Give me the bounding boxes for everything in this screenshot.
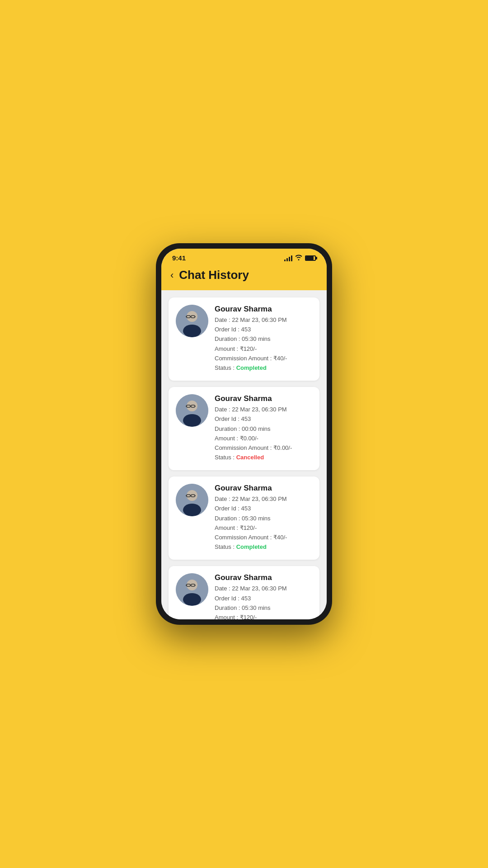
commission-value: ₹40/- <box>273 534 287 541</box>
date-line: Date : 22 Mar 23, 06:30 PM <box>215 406 312 414</box>
order-id-label: Order Id : <box>215 595 241 602</box>
svg-point-26 <box>183 593 201 606</box>
commission-label: Commission Amount : <box>215 444 273 451</box>
avatar <box>176 573 208 606</box>
date-value: 22 Mar 23, 06:30 PM <box>232 406 286 413</box>
svg-point-2 <box>183 325 201 337</box>
duration-label: Duration : <box>215 425 242 432</box>
back-button[interactable]: ‹ <box>170 270 174 280</box>
duration-value: 05:30 mins <box>242 604 271 611</box>
status-badge: Completed <box>236 364 267 371</box>
battery-icon <box>305 255 316 261</box>
header: ‹ Chat History <box>161 264 327 290</box>
status-line: Status : Completed <box>215 543 312 551</box>
commission-line: Commission Amount : ₹40/- <box>215 354 312 363</box>
commission-line: Commission Amount : ₹0.00/- <box>215 444 312 452</box>
amount-line: Amount : ₹120/- <box>215 345 312 353</box>
duration-label: Duration : <box>215 515 242 522</box>
status-label: Status : <box>215 364 236 371</box>
date-value: 22 Mar 23, 06:30 PM <box>232 585 286 592</box>
date-label: Date : <box>215 495 232 502</box>
date-label: Date : <box>215 585 232 592</box>
amount-label: Amount : <box>215 435 240 442</box>
amount-label: Amount : <box>215 614 240 619</box>
status-time: 9:41 <box>172 254 186 262</box>
duration-line: Duration : 05:30 mins <box>215 335 312 343</box>
status-badge: Completed <box>236 543 267 550</box>
amount-line: Amount : ₹120/- <box>215 524 312 532</box>
amount-value: ₹120/- <box>240 614 257 619</box>
order-id-line: Order Id : 453 <box>215 415 312 423</box>
svg-point-1 <box>187 311 197 322</box>
svg-point-17 <box>187 490 197 501</box>
status-icons <box>284 254 316 262</box>
commission-label: Commission Amount : <box>215 355 273 362</box>
svg-point-10 <box>183 414 201 427</box>
page-title: Chat History <box>179 268 249 282</box>
status-badge: Cancelled <box>236 454 264 461</box>
amount-line: Amount : ₹0.00/- <box>215 434 312 443</box>
amount-line: Amount : ₹120/- <box>215 613 312 619</box>
date-value: 22 Mar 23, 06:30 PM <box>232 495 286 502</box>
svg-point-25 <box>187 580 197 590</box>
avatar <box>176 484 208 516</box>
order-id-line: Order Id : 453 <box>215 505 312 513</box>
avatar <box>176 305 208 337</box>
status-line: Status : Cancelled <box>215 453 312 462</box>
chat-card[interactable]: Gourav Sharma Date : 22 Mar 23, 06:30 PM… <box>169 476 319 560</box>
duration-line: Duration : 00:00 mins <box>215 425 312 433</box>
order-id-value: 453 <box>241 505 251 512</box>
order-id-value: 453 <box>241 326 251 333</box>
phone-screen: 9:41 ‹ Chat Hi <box>161 249 327 619</box>
wifi-icon <box>295 254 302 262</box>
commission-label: Commission Amount : <box>215 534 273 541</box>
amount-value: ₹120/- <box>240 345 257 352</box>
commission-value: ₹0.00/- <box>273 444 292 451</box>
date-line: Date : 22 Mar 23, 06:30 PM <box>215 585 312 593</box>
duration-value: 05:30 mins <box>242 335 271 342</box>
amount-value: ₹120/- <box>240 524 257 531</box>
amount-label: Amount : <box>215 524 240 531</box>
date-label: Date : <box>215 406 232 413</box>
card-info: Gourav Sharma Date : 22 Mar 23, 06:30 PM… <box>215 305 312 373</box>
card-info: Gourav Sharma Date : 22 Mar 23, 06:30 PM… <box>215 484 312 552</box>
order-id-label: Order Id : <box>215 505 241 512</box>
chat-card[interactable]: Gourav Sharma Date : 22 Mar 23, 06:30 PM… <box>169 297 319 381</box>
date-value: 22 Mar 23, 06:30 PM <box>232 316 286 323</box>
commission-line: Commission Amount : ₹40/- <box>215 533 312 542</box>
avatar <box>176 394 208 427</box>
order-id-value: 453 <box>241 595 251 602</box>
date-label: Date : <box>215 316 232 323</box>
duration-line: Duration : 05:30 mins <box>215 514 312 523</box>
svg-point-9 <box>187 401 197 411</box>
status-line: Status : Completed <box>215 364 312 372</box>
duration-line: Duration : 05:30 mins <box>215 604 312 612</box>
order-id-line: Order Id : 453 <box>215 594 312 603</box>
order-id-label: Order Id : <box>215 415 241 422</box>
date-line: Date : 22 Mar 23, 06:30 PM <box>215 495 312 503</box>
duration-label: Duration : <box>215 604 242 611</box>
phone-frame: 9:41 ‹ Chat Hi <box>156 243 332 625</box>
chat-history-list[interactable]: Gourav Sharma Date : 22 Mar 23, 06:30 PM… <box>161 290 327 619</box>
card-info: Gourav Sharma Date : 22 Mar 23, 06:30 PM… <box>215 394 312 463</box>
order-id-value: 453 <box>241 415 251 422</box>
user-name: Gourav Sharma <box>215 305 312 314</box>
user-name: Gourav Sharma <box>215 573 312 582</box>
svg-point-18 <box>183 504 201 516</box>
duration-value: 00:00 mins <box>242 425 271 432</box>
duration-label: Duration : <box>215 335 242 342</box>
chat-card[interactable]: Gourav Sharma Date : 22 Mar 23, 06:30 PM… <box>169 566 319 619</box>
order-id-label: Order Id : <box>215 326 241 333</box>
commission-value: ₹40/- <box>273 355 287 362</box>
amount-value: ₹0.00/- <box>240 435 258 442</box>
status-bar: 9:41 <box>161 249 327 264</box>
user-name: Gourav Sharma <box>215 394 312 403</box>
order-id-line: Order Id : 453 <box>215 326 312 334</box>
date-line: Date : 22 Mar 23, 06:30 PM <box>215 316 312 324</box>
user-name: Gourav Sharma <box>215 484 312 493</box>
duration-value: 05:30 mins <box>242 515 271 522</box>
chat-card[interactable]: Gourav Sharma Date : 22 Mar 23, 06:30 PM… <box>169 387 319 470</box>
amount-label: Amount : <box>215 345 240 352</box>
status-label: Status : <box>215 454 236 461</box>
signal-icon <box>284 255 292 261</box>
